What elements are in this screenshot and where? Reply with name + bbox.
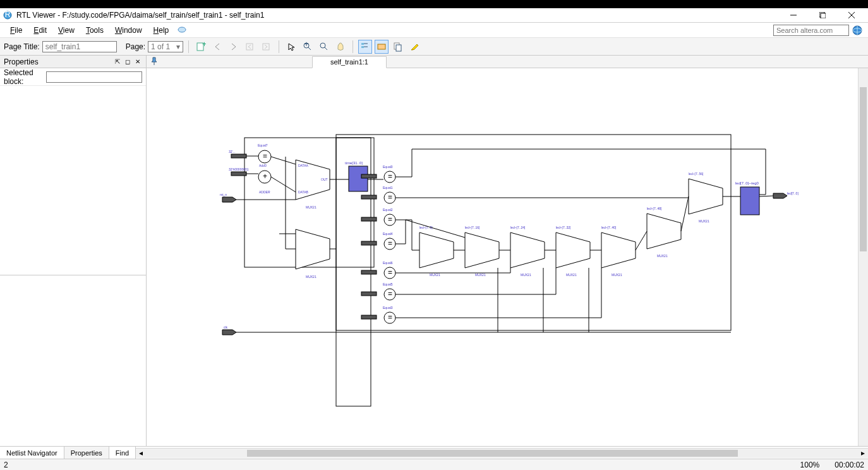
- highlight-icon[interactable]: [407, 40, 421, 54]
- svg-text:led~[7..56]: led~[7..56]: [689, 172, 704, 176]
- menu-window[interactable]: Window: [110, 25, 147, 36]
- svg-rect-13: [246, 44, 253, 50]
- properties-sidebar: Properties ⇱ ◻ ✕ Selected block:: [0, 56, 147, 446]
- svg-rect-79: [361, 241, 377, 245]
- comp-equal2[interactable]: =Equal2: [383, 208, 395, 226]
- svg-text:led~[7..24]: led~[7..24]: [510, 226, 526, 229]
- page-prev-icon[interactable]: [243, 40, 257, 54]
- svg-rect-51: [349, 166, 368, 191]
- pin-clk[interactable]: clk: [222, 325, 236, 335]
- comp-equal1[interactable]: =Equal1: [383, 186, 395, 203]
- mux-1[interactable]: MUX21: [296, 229, 330, 279]
- svg-rect-104: [740, 187, 759, 215]
- svg-rect-26: [396, 45, 401, 51]
- pin-rst-n[interactable]: rst_n: [220, 193, 236, 202]
- svg-text:+: +: [304, 42, 309, 49]
- horizontal-scrollbar[interactable]: ◂ ▸: [136, 448, 868, 458]
- svg-marker-95: [601, 232, 636, 268]
- tab-netlist-navigator[interactable]: Netlist Navigator: [0, 447, 64, 459]
- new-page-icon[interactable]: +: [194, 40, 208, 54]
- page-next-icon[interactable]: [260, 40, 274, 54]
- close-button[interactable]: [843, 9, 860, 21]
- svg-text:=: =: [388, 193, 392, 202]
- svg-text:Equal2: Equal2: [383, 208, 393, 212]
- panel-pin-icon[interactable]: ⇱: [113, 57, 122, 66]
- comp-equal7[interactable]: = Equal7: [258, 143, 271, 163]
- vertical-scrollbar[interactable]: [858, 68, 868, 446]
- mux-chain-7[interactable]: MUX21led~[7..56]: [689, 172, 723, 223]
- scroll-left-icon[interactable]: ◂: [136, 449, 146, 458]
- svg-text:=: =: [263, 152, 267, 160]
- canvas-tab-bar: self_train1:1: [147, 56, 868, 68]
- svg-text:MUX21: MUX21: [430, 273, 440, 277]
- comp-equal4[interactable]: =Equal4: [383, 232, 395, 250]
- toolbar: Page Title: self_train1 Page: 1 of 1▾ + …: [0, 38, 868, 56]
- svg-text:Equal4: Equal4: [383, 232, 393, 236]
- hand-pan-icon[interactable]: [334, 40, 347, 54]
- comp-add0[interactable]: + Add0 ADDER: [258, 164, 271, 194]
- svg-rect-76: [361, 174, 377, 178]
- tab-properties[interactable]: Properties: [64, 447, 109, 459]
- pin-led-out[interactable]: led[7..0]: [773, 191, 799, 198]
- comp-equal0[interactable]: =Equal0: [383, 165, 395, 183]
- comp-equal3[interactable]: =Equal3: [383, 306, 395, 323]
- svg-rect-20: [361, 43, 364, 45]
- comp-equal6[interactable]: =Equal6: [383, 261, 395, 279]
- globe-icon[interactable]: [852, 25, 863, 36]
- menu-tools[interactable]: Tools: [81, 25, 109, 36]
- maximize-button[interactable]: [814, 9, 831, 21]
- svg-rect-82: [361, 315, 377, 319]
- nav-back-icon[interactable]: [210, 40, 224, 54]
- view-schematic-icon[interactable]: [375, 40, 389, 54]
- svg-text:=: =: [388, 268, 392, 277]
- view-hierarchy-icon[interactable]: [358, 40, 372, 54]
- pointer-icon[interactable]: [284, 40, 298, 54]
- title-bar: R RTL Viewer - F:/study.code/FPGA/daima/…: [0, 0, 868, 23]
- menu-edit[interactable]: Edit: [28, 25, 52, 36]
- status-bar: 2 100% 00:00:02: [0, 459, 868, 470]
- zoom-fit-icon[interactable]: [317, 40, 331, 54]
- svg-rect-37: [231, 172, 246, 176]
- reg-led[interactable]: led[7..0]~reg0: [735, 181, 759, 215]
- menu-file[interactable]: File: [5, 25, 27, 36]
- page-title-field[interactable]: self_train1: [42, 41, 117, 52]
- canvas-tab[interactable]: self_train1:1: [312, 56, 387, 68]
- window-title: RTL Viewer - F:/study.code/FPGA/daima/se…: [16, 11, 264, 20]
- menu-view[interactable]: View: [53, 25, 80, 36]
- properties-title: Properties: [4, 57, 39, 66]
- schematic-canvas[interactable]: rst_n clk 32'... 32'h00000001 = Equal7 +: [147, 68, 868, 446]
- help-bubble-icon[interactable]: [175, 23, 189, 37]
- mux-chain-1[interactable]: MUX21led~[7..8]: [419, 226, 454, 277]
- svg-text:Add0: Add0: [259, 164, 267, 167]
- selected-block-input[interactable]: [46, 71, 142, 83]
- svg-text:Equal6: Equal6: [383, 261, 393, 265]
- page-label: Page:: [126, 42, 145, 51]
- svg-text:DATAB: DATAB: [298, 190, 309, 194]
- tab-find[interactable]: Find: [109, 447, 136, 459]
- comp-equal5[interactable]: =Equal5: [383, 282, 395, 300]
- minimize-button[interactable]: [785, 9, 802, 21]
- scroll-right-icon[interactable]: ▸: [858, 449, 868, 458]
- menu-help[interactable]: Help: [148, 25, 174, 36]
- mux-chain-4[interactable]: MUX21led~[7..32]: [556, 226, 590, 277]
- panel-close-icon[interactable]: ✕: [133, 57, 142, 66]
- pushpin-icon[interactable]: [149, 56, 160, 68]
- svg-text:MUX21: MUX21: [566, 273, 577, 277]
- mux-chain-3[interactable]: MUX21led~[7..24]: [510, 226, 545, 277]
- zoom-in-icon[interactable]: +: [301, 40, 315, 54]
- mux-chain-5[interactable]: MUX21led~[7..40]: [601, 226, 636, 277]
- copy-icon[interactable]: [391, 40, 405, 54]
- svg-marker-106: [773, 193, 787, 198]
- mux-0[interactable]: DATAA DATAB OUT MUX21: [296, 160, 330, 209]
- svg-point-7: [178, 27, 186, 32]
- search-input[interactable]: [773, 25, 849, 36]
- svg-text:clk: clk: [224, 325, 228, 329]
- panel-float-icon[interactable]: ◻: [123, 57, 132, 66]
- mux-chain-2[interactable]: MUX21led~[7..16]: [465, 226, 499, 277]
- page-select[interactable]: 1 of 1▾: [148, 41, 183, 52]
- svg-text:+: +: [263, 172, 267, 181]
- svg-point-18: [320, 43, 325, 48]
- mux-chain-6[interactable]: MUX21led~[7..48]: [647, 207, 681, 258]
- nav-forward-icon[interactable]: [227, 40, 241, 54]
- svg-rect-14: [263, 44, 269, 50]
